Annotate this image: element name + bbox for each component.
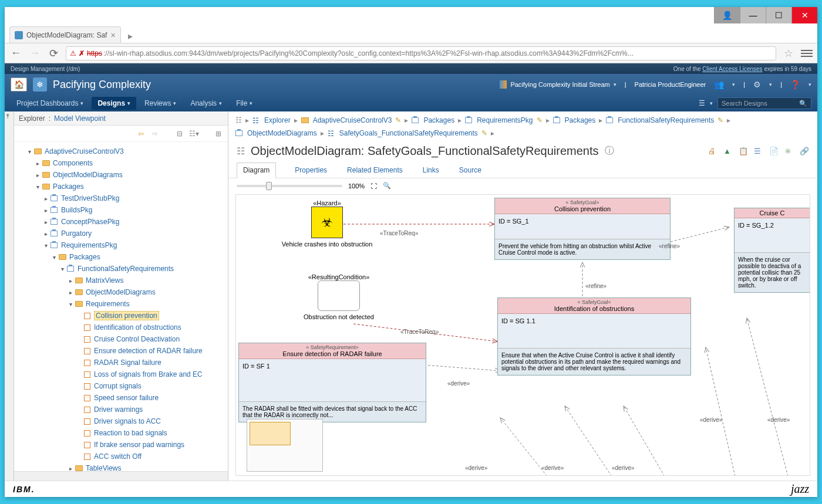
tree-item[interactable]: ACC switch Off	[18, 451, 228, 462]
tree-item[interactable]: ▾Packages	[18, 181, 228, 192]
condition-element[interactable]: «ResultingCondition» Obstruction not det…	[295, 273, 383, 320]
tree-item[interactable]: Speed sensor failure	[18, 392, 228, 404]
hazard-element[interactable]: «Hazard» ☣ Vehicle crashes into obstruct…	[277, 199, 377, 248]
tab-diagram[interactable]: Diagram	[237, 163, 276, 178]
menu-designs[interactable]: Designs ▾	[92, 97, 136, 110]
edit-icon[interactable]: ✎	[537, 116, 543, 124]
breadcrumb-link[interactable]: Explorer	[264, 116, 291, 124]
info-icon[interactable]: ⓘ	[605, 145, 614, 157]
tree-item[interactable]: Loss of signals from Brake and EC	[18, 368, 228, 380]
collapse-icon[interactable]: ⊟	[175, 129, 184, 138]
refresh-icon[interactable]: ⊞	[214, 129, 223, 138]
search-input[interactable]: Search Designs 🔍	[717, 97, 811, 109]
tree-item[interactable]: ▾FunctionalSafetyRequirements	[18, 263, 228, 275]
tree-item[interactable]: ▸BuildsPkg	[18, 204, 228, 216]
tree-item[interactable]: Ensure detection of RADAR failure	[18, 345, 228, 357]
zoom-fit-icon[interactable]: ⛶	[370, 182, 377, 190]
tree-item[interactable]: Reaction to bad signals	[18, 427, 228, 439]
tab-close-icon[interactable]: ×	[110, 31, 115, 40]
explorer-tree[interactable]: ▾AdaptiveCruiseControlV3▸Components▸Obje…	[14, 142, 228, 471]
home-icon[interactable]: 🏠	[11, 77, 27, 92]
close-button[interactable]: ✕	[791, 7, 817, 23]
tree-item[interactable]: Collision prevention	[18, 310, 228, 322]
menu-file[interactable]: File ▾	[230, 97, 258, 110]
tab-links[interactable]: Links	[422, 163, 440, 178]
tree-item[interactable]: Driver warnings	[18, 404, 228, 415]
nav-forward-icon[interactable]: ⇨	[150, 129, 160, 138]
tree-item[interactable]: ▸Components	[18, 157, 228, 169]
diagram-canvas[interactable]: «Hazard» ☣ Vehicle crashes into obstruct…	[235, 194, 810, 476]
tree-item[interactable]: ▸ConceptPhasePkg	[18, 216, 228, 228]
tree-item[interactable]: ▸Purgatory	[18, 228, 228, 239]
menu-project-dashboards[interactable]: Project Dashboards ▾	[11, 97, 89, 110]
tree-item[interactable]: ▸ObjectModelDiagrams	[18, 169, 228, 181]
breadcrumb-link[interactable]: AdaptiveCruiseControlV3	[313, 116, 392, 124]
users-icon[interactable]: 👥	[714, 80, 724, 89]
project-title[interactable]: Pacifying Complexity	[53, 79, 151, 91]
layout-icon[interactable]: ☰	[699, 99, 705, 107]
list-icon[interactable]: ☰	[754, 147, 763, 156]
tab-properties[interactable]: Properties	[294, 163, 328, 178]
tree-item[interactable]: Driver signals to ACC	[18, 415, 228, 427]
tree-item[interactable]: If brake sensor pad warnings	[18, 439, 228, 451]
menu-reviews[interactable]: Reviews ▾	[139, 97, 182, 110]
forward-button[interactable]: →	[28, 47, 41, 60]
edit-icon[interactable]: ✎	[717, 116, 723, 124]
tree-config-icon[interactable]: ☷▾	[189, 129, 198, 138]
breadcrumb-link[interactable]: Packages	[565, 116, 596, 124]
tree-item[interactable]: Identification of obstructions	[18, 322, 228, 333]
safetygoal-identification[interactable]: « SafetyGoal»Identification of obstructi…	[497, 297, 691, 376]
license-link[interactable]: Client Access Licenses	[702, 66, 762, 72]
nodes-icon[interactable]: ⚛	[784, 147, 794, 156]
tree-item[interactable]: ▸TableViews	[18, 462, 228, 471]
tab-source[interactable]: Source	[458, 163, 483, 178]
zoom-in-icon[interactable]: 🔍	[383, 182, 391, 190]
tree-item[interactable]: ▸TestDriverStubPkg	[18, 192, 228, 204]
menu-analysis[interactable]: Analysis ▾	[184, 97, 228, 110]
tree-item[interactable]: ▾RequirementsPkg	[18, 239, 228, 251]
explorer-scrollbar[interactable]	[14, 471, 228, 481]
link-icon[interactable]: 🔗	[800, 147, 809, 156]
tree-item[interactable]: ▾AdaptiveCruiseControlV3	[18, 146, 228, 157]
copy-icon[interactable]: 📋	[739, 147, 748, 156]
tree-item[interactable]: Cruise Control Deactivation	[18, 333, 228, 345]
help-icon[interactable]: ❓	[790, 80, 800, 89]
breadcrumb-link[interactable]: ObjectModelDiagrams	[247, 129, 317, 137]
doc-icon[interactable]: 📄	[769, 147, 779, 156]
back-button[interactable]: ←	[9, 47, 22, 60]
safetygoal-cruise[interactable]: Cruise C ID = SG_1.2 When the cruise cor…	[734, 208, 810, 293]
browser-tab[interactable]: ObjectModelDiagram: Saf ×	[9, 26, 121, 43]
sidebar-toggle[interactable]: ⇤	[5, 111, 14, 481]
tree-item[interactable]: RADAR Signal failure	[18, 357, 228, 368]
edit-icon[interactable]: ✎	[481, 129, 487, 137]
breadcrumb-link[interactable]: FunctionalSafetyRequirements	[618, 116, 714, 124]
stream-selector[interactable]: Pacifying Complexity Initial Stream ▾	[500, 80, 616, 89]
tree-item[interactable]: ▸ObjectModelDiagrams	[18, 286, 228, 298]
edit-icon[interactable]: ✎	[395, 116, 401, 124]
gear-icon[interactable]: ⚙	[753, 80, 761, 89]
print-icon[interactable]: 🖨	[708, 147, 717, 156]
minimap[interactable]	[247, 419, 323, 472]
triangle-icon[interactable]: ▲	[723, 147, 733, 156]
safetygoal-collision[interactable]: « SafetyGoal»Collision prevention ID = S…	[494, 198, 671, 260]
tree-item[interactable]: ▸MatrixViews	[18, 275, 228, 286]
user-label[interactable]: Patricia ProductEngineer	[635, 81, 706, 88]
zoom-slider[interactable]	[237, 185, 342, 187]
breadcrumb-link[interactable]: Packages	[423, 116, 454, 124]
tree-item[interactable]: ▾Requirements	[18, 298, 228, 310]
tree-item[interactable]: ▾Packages	[18, 251, 228, 263]
url-input[interactable]: ⚠ ✗ https ://sl-win-rhap.atsodius.com:94…	[66, 46, 776, 60]
nav-back-icon[interactable]: ⇦	[136, 129, 146, 138]
bookmark-star-icon[interactable]: ☆	[782, 47, 795, 60]
reload-button[interactable]: ⟳	[47, 47, 60, 60]
search-icon[interactable]: 🔍	[799, 100, 807, 107]
user-button[interactable]: 👤	[714, 7, 740, 23]
breadcrumb-link[interactable]: SafetyGoals_FunctionalSafetyRequirements	[339, 129, 478, 137]
browser-menu-icon[interactable]	[801, 50, 813, 57]
safetyreq-radar[interactable]: « SafetyRequirement»Ensure detection of …	[238, 343, 426, 422]
maximize-button[interactable]: ☐	[766, 7, 791, 23]
minimize-button[interactable]: —	[740, 7, 766, 23]
breadcrumb-link[interactable]: RequirementsPkg	[477, 116, 533, 124]
new-tab-button[interactable]: ▸	[123, 29, 137, 43]
tree-item[interactable]: Corrupt signals	[18, 380, 228, 392]
